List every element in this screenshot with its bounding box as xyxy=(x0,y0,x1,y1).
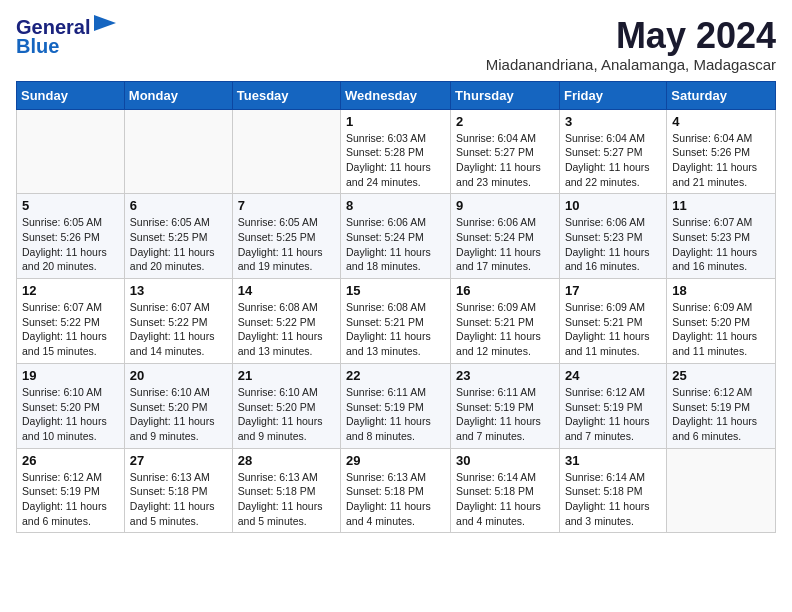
day-info: Sunrise: 6:11 AM Sunset: 5:19 PM Dayligh… xyxy=(346,385,445,444)
day-number: 8 xyxy=(346,198,445,213)
calendar-cell: 1Sunrise: 6:03 AM Sunset: 5:28 PM Daylig… xyxy=(341,109,451,194)
calendar-cell: 16Sunrise: 6:09 AM Sunset: 5:21 PM Dayli… xyxy=(451,279,560,364)
day-number: 27 xyxy=(130,453,227,468)
day-number: 1 xyxy=(346,114,445,129)
calendar-cell xyxy=(17,109,125,194)
calendar-cell xyxy=(124,109,232,194)
day-info: Sunrise: 6:07 AM Sunset: 5:23 PM Dayligh… xyxy=(672,215,770,274)
day-number: 19 xyxy=(22,368,119,383)
calendar-cell: 6Sunrise: 6:05 AM Sunset: 5:25 PM Daylig… xyxy=(124,194,232,279)
day-info: Sunrise: 6:12 AM Sunset: 5:19 PM Dayligh… xyxy=(565,385,661,444)
day-info: Sunrise: 6:10 AM Sunset: 5:20 PM Dayligh… xyxy=(130,385,227,444)
day-info: Sunrise: 6:10 AM Sunset: 5:20 PM Dayligh… xyxy=(22,385,119,444)
day-info: Sunrise: 6:03 AM Sunset: 5:28 PM Dayligh… xyxy=(346,131,445,190)
day-number: 11 xyxy=(672,198,770,213)
weekday-header-friday: Friday xyxy=(559,81,666,109)
day-number: 30 xyxy=(456,453,554,468)
day-info: Sunrise: 6:06 AM Sunset: 5:24 PM Dayligh… xyxy=(456,215,554,274)
day-number: 13 xyxy=(130,283,227,298)
calendar-cell: 28Sunrise: 6:13 AM Sunset: 5:18 PM Dayli… xyxy=(232,448,340,533)
week-row-2: 5Sunrise: 6:05 AM Sunset: 5:26 PM Daylig… xyxy=(17,194,776,279)
day-number: 7 xyxy=(238,198,335,213)
day-number: 20 xyxy=(130,368,227,383)
day-number: 4 xyxy=(672,114,770,129)
day-info: Sunrise: 6:07 AM Sunset: 5:22 PM Dayligh… xyxy=(130,300,227,359)
logo-blue: Blue xyxy=(16,35,59,58)
calendar-cell: 15Sunrise: 6:08 AM Sunset: 5:21 PM Dayli… xyxy=(341,279,451,364)
day-number: 23 xyxy=(456,368,554,383)
day-info: Sunrise: 6:13 AM Sunset: 5:18 PM Dayligh… xyxy=(238,470,335,529)
weekday-header-sunday: Sunday xyxy=(17,81,125,109)
calendar-cell: 20Sunrise: 6:10 AM Sunset: 5:20 PM Dayli… xyxy=(124,363,232,448)
title-section: May 2024 Miadanandriana, Analamanga, Mad… xyxy=(486,16,776,73)
svg-marker-0 xyxy=(94,15,116,31)
weekday-header-tuesday: Tuesday xyxy=(232,81,340,109)
calendar-cell: 23Sunrise: 6:11 AM Sunset: 5:19 PM Dayli… xyxy=(451,363,560,448)
day-number: 9 xyxy=(456,198,554,213)
weekday-header-thursday: Thursday xyxy=(451,81,560,109)
calendar-cell: 25Sunrise: 6:12 AM Sunset: 5:19 PM Dayli… xyxy=(667,363,776,448)
day-number: 31 xyxy=(565,453,661,468)
calendar-cell xyxy=(232,109,340,194)
day-info: Sunrise: 6:04 AM Sunset: 5:27 PM Dayligh… xyxy=(456,131,554,190)
day-number: 18 xyxy=(672,283,770,298)
calendar-cell: 10Sunrise: 6:06 AM Sunset: 5:23 PM Dayli… xyxy=(559,194,666,279)
calendar-cell: 27Sunrise: 6:13 AM Sunset: 5:18 PM Dayli… xyxy=(124,448,232,533)
day-number: 16 xyxy=(456,283,554,298)
calendar-cell: 19Sunrise: 6:10 AM Sunset: 5:20 PM Dayli… xyxy=(17,363,125,448)
week-row-1: 1Sunrise: 6:03 AM Sunset: 5:28 PM Daylig… xyxy=(17,109,776,194)
calendar-cell: 9Sunrise: 6:06 AM Sunset: 5:24 PM Daylig… xyxy=(451,194,560,279)
calendar-cell: 31Sunrise: 6:14 AM Sunset: 5:18 PM Dayli… xyxy=(559,448,666,533)
week-row-4: 19Sunrise: 6:10 AM Sunset: 5:20 PM Dayli… xyxy=(17,363,776,448)
day-number: 29 xyxy=(346,453,445,468)
calendar-cell: 26Sunrise: 6:12 AM Sunset: 5:19 PM Dayli… xyxy=(17,448,125,533)
day-info: Sunrise: 6:05 AM Sunset: 5:25 PM Dayligh… xyxy=(238,215,335,274)
day-info: Sunrise: 6:12 AM Sunset: 5:19 PM Dayligh… xyxy=(22,470,119,529)
day-number: 26 xyxy=(22,453,119,468)
day-number: 17 xyxy=(565,283,661,298)
day-info: Sunrise: 6:04 AM Sunset: 5:26 PM Dayligh… xyxy=(672,131,770,190)
calendar-cell: 5Sunrise: 6:05 AM Sunset: 5:26 PM Daylig… xyxy=(17,194,125,279)
weekday-header-monday: Monday xyxy=(124,81,232,109)
logo-flag-icon xyxy=(94,15,116,31)
calendar-cell: 13Sunrise: 6:07 AM Sunset: 5:22 PM Dayli… xyxy=(124,279,232,364)
page-header: General Blue May 2024 Miadanandriana, An… xyxy=(16,16,776,73)
day-info: Sunrise: 6:08 AM Sunset: 5:21 PM Dayligh… xyxy=(346,300,445,359)
day-info: Sunrise: 6:13 AM Sunset: 5:18 PM Dayligh… xyxy=(346,470,445,529)
day-number: 12 xyxy=(22,283,119,298)
calendar-cell: 17Sunrise: 6:09 AM Sunset: 5:21 PM Dayli… xyxy=(559,279,666,364)
day-number: 5 xyxy=(22,198,119,213)
calendar-cell: 22Sunrise: 6:11 AM Sunset: 5:19 PM Dayli… xyxy=(341,363,451,448)
calendar-cell: 24Sunrise: 6:12 AM Sunset: 5:19 PM Dayli… xyxy=(559,363,666,448)
day-number: 6 xyxy=(130,198,227,213)
calendar-cell: 30Sunrise: 6:14 AM Sunset: 5:18 PM Dayli… xyxy=(451,448,560,533)
day-number: 10 xyxy=(565,198,661,213)
day-number: 3 xyxy=(565,114,661,129)
day-number: 24 xyxy=(565,368,661,383)
day-info: Sunrise: 6:11 AM Sunset: 5:19 PM Dayligh… xyxy=(456,385,554,444)
day-info: Sunrise: 6:10 AM Sunset: 5:20 PM Dayligh… xyxy=(238,385,335,444)
weekday-header-row: SundayMondayTuesdayWednesdayThursdayFrid… xyxy=(17,81,776,109)
calendar-cell: 21Sunrise: 6:10 AM Sunset: 5:20 PM Dayli… xyxy=(232,363,340,448)
week-row-5: 26Sunrise: 6:12 AM Sunset: 5:19 PM Dayli… xyxy=(17,448,776,533)
day-info: Sunrise: 6:05 AM Sunset: 5:26 PM Dayligh… xyxy=(22,215,119,274)
day-info: Sunrise: 6:09 AM Sunset: 5:21 PM Dayligh… xyxy=(565,300,661,359)
calendar-cell: 14Sunrise: 6:08 AM Sunset: 5:22 PM Dayli… xyxy=(232,279,340,364)
day-number: 21 xyxy=(238,368,335,383)
day-info: Sunrise: 6:09 AM Sunset: 5:21 PM Dayligh… xyxy=(456,300,554,359)
calendar-cell: 7Sunrise: 6:05 AM Sunset: 5:25 PM Daylig… xyxy=(232,194,340,279)
weekday-header-wednesday: Wednesday xyxy=(341,81,451,109)
calendar-cell: 4Sunrise: 6:04 AM Sunset: 5:26 PM Daylig… xyxy=(667,109,776,194)
calendar-table: SundayMondayTuesdayWednesdayThursdayFrid… xyxy=(16,81,776,534)
calendar-cell: 12Sunrise: 6:07 AM Sunset: 5:22 PM Dayli… xyxy=(17,279,125,364)
day-number: 22 xyxy=(346,368,445,383)
day-info: Sunrise: 6:09 AM Sunset: 5:20 PM Dayligh… xyxy=(672,300,770,359)
day-number: 14 xyxy=(238,283,335,298)
day-info: Sunrise: 6:06 AM Sunset: 5:24 PM Dayligh… xyxy=(346,215,445,274)
calendar-title: May 2024 xyxy=(486,16,776,56)
logo: General Blue xyxy=(16,16,116,58)
day-info: Sunrise: 6:13 AM Sunset: 5:18 PM Dayligh… xyxy=(130,470,227,529)
calendar-cell: 8Sunrise: 6:06 AM Sunset: 5:24 PM Daylig… xyxy=(341,194,451,279)
day-number: 15 xyxy=(346,283,445,298)
day-info: Sunrise: 6:07 AM Sunset: 5:22 PM Dayligh… xyxy=(22,300,119,359)
